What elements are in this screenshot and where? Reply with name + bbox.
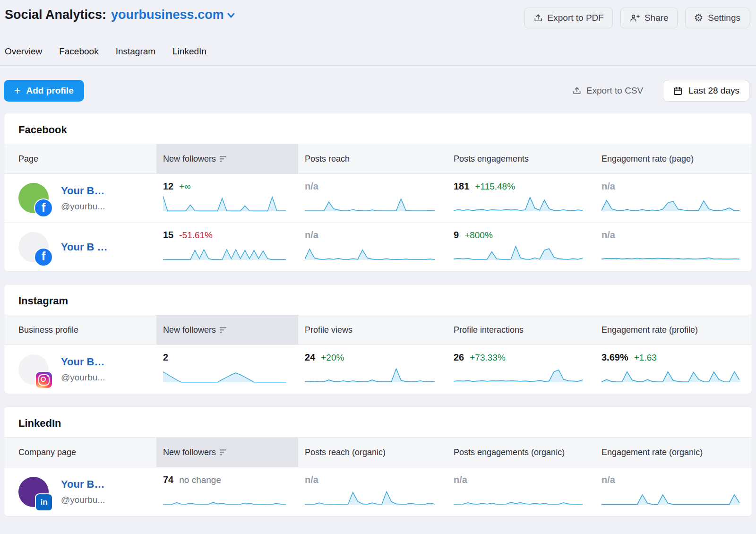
profile-name-link[interactable]: Your B… [61, 356, 105, 368]
plus-icon: + [14, 86, 20, 96]
metric-value: n/a [601, 230, 615, 241]
sparkline-chart [601, 365, 739, 384]
metric-new-followers: 74no change [156, 467, 298, 516]
sort-descending-icon [220, 156, 227, 162]
profile-cell: in Your B… @yourbu... [4, 467, 156, 516]
section-title: LinkedIn [4, 407, 752, 437]
profile-handle: @yourbu... [61, 495, 105, 505]
date-range-button[interactable]: Last 28 days [663, 80, 749, 102]
facebook-badge-icon: f [35, 199, 52, 216]
linkedin-section: LinkedIn Company page New followers Post… [4, 406, 752, 517]
column-engagement-rate-organic[interactable]: Engagement rate (organic) [595, 438, 752, 467]
column-new-followers[interactable]: New followers [156, 438, 298, 467]
export-csv-button[interactable]: Export to CSV [572, 86, 643, 96]
column-posts-engagements[interactable]: Posts engagements [447, 144, 595, 173]
metric-posts-reach-organic: n/a [298, 467, 447, 516]
section-title: Instagram [4, 284, 752, 315]
metric-diff: +800% [464, 230, 493, 241]
add-profile-button[interactable]: + Add profile [4, 80, 84, 102]
sparkline-chart [601, 194, 739, 213]
person-plus-icon [629, 13, 640, 23]
tab-overview[interactable]: Overview [5, 46, 42, 57]
section-title: Facebook [4, 113, 752, 144]
project-selector[interactable]: yourbusiness.com [111, 8, 235, 22]
metric-posts-reach: n/a [298, 174, 447, 222]
add-profile-label: Add profile [26, 86, 73, 96]
column-company-page: Company page [4, 438, 156, 467]
tab-facebook[interactable]: Facebook [59, 46, 98, 57]
sparkline-chart [163, 487, 286, 506]
column-profile-interactions[interactable]: Profile interactions [447, 315, 595, 345]
instagram-badge-icon [36, 372, 52, 388]
sort-descending-icon [220, 327, 227, 333]
profile-handle: @yourbu... [61, 372, 105, 383]
column-new-followers[interactable]: New followers [156, 315, 298, 345]
metric-value: 15 [163, 230, 173, 241]
metric-value: n/a [305, 181, 318, 192]
column-posts-reach-organic[interactable]: Posts reach (organic) [298, 438, 447, 467]
gear-icon: ⚙ [694, 13, 704, 23]
column-business-profile: Business profile [4, 315, 156, 345]
metric-value: 24 [305, 352, 315, 363]
chevron-down-icon [227, 12, 235, 18]
sparkline-chart [305, 365, 435, 384]
page-header: Social Analytics: yourbusiness.com Expor… [0, 0, 756, 28]
avatar[interactable] [18, 354, 49, 385]
sparkline-chart [454, 242, 583, 261]
metric-posts-engagements: 181+115.48% [447, 174, 595, 222]
export-csv-label: Export to CSV [586, 86, 643, 96]
metric-diff: -51.61% [179, 230, 213, 241]
project-name: yourbusiness.com [111, 8, 224, 22]
metric-value: 2 [163, 352, 168, 363]
avatar[interactable]: in [18, 477, 49, 507]
share-button[interactable]: Share [620, 8, 678, 28]
metric-engagement-rate-organic: n/a [595, 467, 752, 516]
metric-diff: +115.48% [475, 181, 515, 192]
metric-value: n/a [601, 474, 615, 485]
metric-posts-reach: n/a [298, 223, 447, 271]
tab-bar: Overview Facebook Instagram LinkedIn [0, 46, 756, 66]
metric-profile-interactions: 26+73.33% [447, 345, 595, 394]
profile-handle: @yourbu... [61, 201, 105, 212]
social-analytics-app: Social Analytics: yourbusiness.com Expor… [0, 0, 756, 517]
settings-button[interactable]: ⚙ Settings [685, 8, 749, 28]
column-profile-views[interactable]: Profile views [298, 315, 447, 345]
profile-name-link[interactable]: Your B… [61, 478, 105, 491]
share-label: Share [644, 13, 669, 23]
toolbar: + Add profile Export to CSV Last 28 days [0, 66, 756, 113]
metric-diff: +∞ [179, 181, 191, 192]
column-page: Page [4, 144, 156, 173]
profile-name-link[interactable]: Your B … [61, 241, 108, 253]
metric-value: 26 [454, 352, 464, 363]
page-title: Social Analytics: yourbusiness.com [5, 8, 235, 22]
metric-value: n/a [305, 474, 318, 485]
column-posts-reach[interactable]: Posts reach [298, 144, 447, 173]
column-new-followers[interactable]: New followers [156, 144, 298, 173]
export-pdf-button[interactable]: Export to PDF [524, 8, 613, 28]
upload-icon [533, 13, 543, 23]
avatar[interactable]: f [18, 183, 49, 213]
sparkline-chart [305, 242, 435, 261]
metric-posts-engagements-organic: n/a [447, 467, 595, 516]
avatar[interactable]: f [18, 232, 49, 262]
metric-new-followers: 15-51.61% [156, 223, 298, 271]
metric-value: n/a [454, 474, 467, 485]
sparkline-chart [305, 194, 435, 213]
column-posts-engagements-organic[interactable]: Posts engagements (organic) [447, 438, 595, 467]
profile-name-link[interactable]: Your B… [61, 185, 105, 197]
calendar-icon [673, 86, 683, 96]
tab-linkedin[interactable]: LinkedIn [172, 46, 206, 57]
metric-engagement-rate: n/a [595, 174, 752, 222]
metric-value: 9 [454, 230, 459, 241]
tab-instagram[interactable]: Instagram [116, 46, 155, 57]
linkedin-table-header: Company page New followers Posts reach (… [4, 437, 752, 467]
metric-new-followers: 12+∞ [156, 174, 298, 222]
table-row: Your B… @yourbu... 2 24+20% 26+73.33% 3.… [4, 345, 752, 394]
column-engagement-rate[interactable]: Engagement rate (page) [595, 144, 752, 173]
column-engagement-rate[interactable]: Engagement rate (profile) [595, 315, 752, 345]
facebook-table-header: Page New followers Posts reach Posts eng… [4, 144, 752, 174]
toolbar-right: Export to CSV Last 28 days [572, 80, 749, 102]
header-actions: Export to PDF Share ⚙ Settings [524, 8, 749, 28]
table-row: f Your B … 15-51.61% n/a 9+800% n/a [4, 223, 752, 271]
date-range-label: Last 28 days [688, 86, 739, 96]
